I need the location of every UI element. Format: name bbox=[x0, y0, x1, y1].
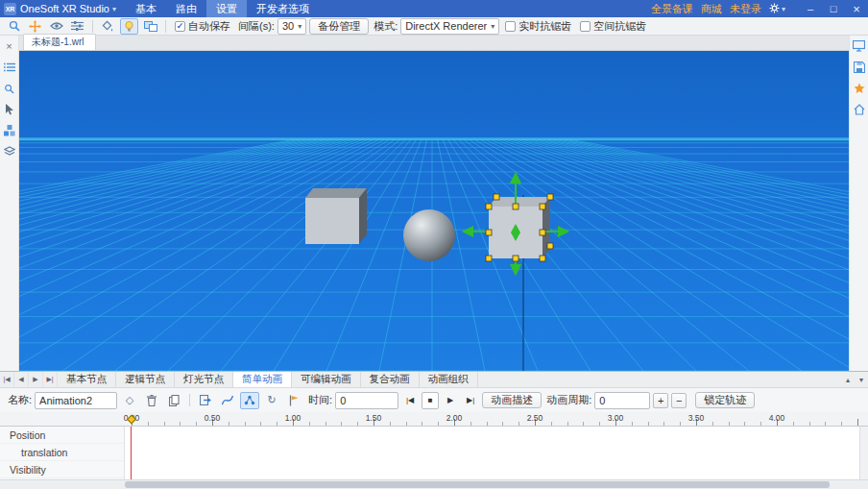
file-tab[interactable]: 未标题-1.wrl bbox=[23, 34, 96, 50]
ruler-label: 4.00 bbox=[769, 413, 785, 423]
record-flag-icon[interactable] bbox=[284, 392, 303, 409]
layers-icon[interactable] bbox=[1, 143, 18, 160]
nav-last-button[interactable]: ▶| bbox=[43, 372, 58, 387]
close-button[interactable]: × bbox=[849, 2, 864, 16]
panel-close-icon[interactable]: × bbox=[1, 37, 18, 55]
paint-tool-icon[interactable] bbox=[99, 18, 117, 35]
settings-menu[interactable]: ▾ bbox=[769, 3, 795, 15]
minimize-button[interactable]: – bbox=[803, 3, 818, 14]
light-bulb-icon[interactable] bbox=[120, 18, 138, 35]
stop-button[interactable]: ■ bbox=[422, 392, 439, 409]
track-row-translation[interactable]: translation bbox=[0, 444, 124, 461]
scene-canvas[interactable] bbox=[19, 51, 849, 371]
timeline-track-area[interactable] bbox=[125, 427, 868, 479]
renderer-select[interactable]: DirectX Renderer▾ bbox=[400, 18, 499, 35]
menu-basic[interactable]: 基本 bbox=[126, 0, 166, 17]
decrement-button[interactable]: − bbox=[671, 393, 687, 408]
left-sidebar: × bbox=[0, 36, 19, 371]
cube-object[interactable] bbox=[305, 188, 367, 244]
save-disk-icon[interactable] bbox=[851, 59, 868, 76]
tab-basic-nodes[interactable]: 基本节点 bbox=[58, 372, 116, 387]
lock-track-button[interactable]: 锁定轨迹 bbox=[695, 392, 755, 408]
outline-list-icon[interactable] bbox=[1, 59, 18, 76]
move-tool-icon[interactable] bbox=[26, 18, 44, 35]
keyframe-icon[interactable]: ◇ bbox=[120, 392, 139, 409]
link-not-logged-in[interactable]: 未登录 bbox=[730, 2, 761, 16]
menu-developer-options[interactable]: 开发者选项 bbox=[247, 0, 319, 17]
delete-icon[interactable] bbox=[142, 392, 161, 409]
timeline-hscrollbar[interactable] bbox=[0, 479, 868, 489]
chevron-down-icon: ▾ bbox=[491, 22, 494, 31]
tab-light-nodes[interactable]: 灯光节点 bbox=[175, 372, 233, 387]
curve-icon[interactable] bbox=[218, 392, 237, 409]
animation-description-button[interactable]: 动画描述 bbox=[482, 392, 542, 408]
home-icon[interactable] bbox=[851, 101, 868, 118]
time-input[interactable] bbox=[335, 392, 398, 409]
skip-start-button[interactable]: |◀ bbox=[401, 392, 419, 409]
playhead-line[interactable] bbox=[131, 427, 132, 479]
app-title: OneSoft XR Studio bbox=[20, 3, 109, 14]
plugin-star-icon[interactable] bbox=[851, 80, 868, 97]
nav-next-button[interactable]: ▶ bbox=[29, 372, 43, 387]
menu-settings[interactable]: 设置 bbox=[206, 0, 247, 17]
scene-search-icon[interactable] bbox=[1, 80, 18, 97]
document-tabbar: 未标题-1.wrl bbox=[19, 36, 849, 51]
track-row-visibility[interactable]: Visibility bbox=[0, 461, 124, 478]
realtime-aa-checkbox[interactable]: 实时抗锯齿 bbox=[505, 19, 571, 34]
tab-animation-organize[interactable]: 动画组织 bbox=[420, 372, 478, 387]
autosave-checkbox[interactable]: ✓ 自动保存 bbox=[175, 19, 230, 34]
viewport-3d[interactable] bbox=[19, 51, 849, 371]
select-cursor-icon[interactable] bbox=[1, 101, 18, 118]
main-toolbar: ✓ 自动保存 间隔(s): 30▾ 备份管理 模式: DirectX Rende… bbox=[0, 17, 868, 36]
track-name-column: Position translation Visibility bbox=[0, 427, 125, 479]
ruler-major-ticks bbox=[132, 419, 868, 426]
realtime-aa-label: 实时抗锯齿 bbox=[518, 19, 571, 34]
increment-button[interactable]: + bbox=[653, 393, 668, 408]
tab-logic-nodes[interactable]: 逻辑节点 bbox=[116, 372, 175, 387]
loop-icon[interactable]: ↻ bbox=[262, 392, 281, 409]
checkbox-unchecked-icon bbox=[580, 21, 591, 32]
animation-controls: 名称: ◇ ↻ 时间: |◀ bbox=[0, 388, 868, 412]
tab-editable-animation[interactable]: 可编辑动画 bbox=[292, 372, 361, 387]
maximize-button[interactable]: □ bbox=[826, 3, 841, 14]
timeline-ruler[interactable]: 0.00 0.50 1.00 1.50 2.00 2.50 3.00 3.50 … bbox=[0, 412, 868, 427]
nav-prev-button[interactable]: ◀ bbox=[14, 372, 29, 387]
dual-view-icon[interactable] bbox=[141, 18, 159, 35]
animation-tabrow: |◀ ◀ ▶ ▶| 基本节点 逻辑节点 灯光节点 简单动画 可编辑动画 复合动画… bbox=[0, 372, 868, 388]
copy-icon[interactable] bbox=[164, 392, 183, 409]
skip-end-button[interactable]: ▶| bbox=[462, 392, 479, 409]
eye-icon[interactable] bbox=[47, 18, 65, 35]
link-store[interactable]: 商城 bbox=[701, 2, 722, 16]
search-icon[interactable] bbox=[5, 18, 23, 35]
menu-routing[interactable]: 路由 bbox=[166, 0, 206, 17]
app-menu-caret-icon[interactable]: ▾ bbox=[112, 5, 116, 13]
spatial-aa-checkbox[interactable]: 空间抗锯齿 bbox=[580, 19, 646, 34]
ruler-label: 1.00 bbox=[285, 413, 301, 423]
link-panorama-lesson[interactable]: 全景备课 bbox=[651, 2, 693, 16]
play-button[interactable]: ▶ bbox=[442, 392, 459, 409]
timeline-vscrollbar[interactable] bbox=[859, 427, 868, 479]
interval-select[interactable]: 30▾ bbox=[277, 18, 306, 35]
sliders-icon[interactable] bbox=[68, 18, 86, 35]
animation-panel: |◀ ◀ ▶ ▶| 基本节点 逻辑节点 灯光节点 简单动画 可编辑动画 复合动画… bbox=[0, 371, 868, 489]
blocks-icon[interactable] bbox=[1, 122, 18, 139]
animation-name-input[interactable] bbox=[35, 392, 117, 409]
tab-composite-animation[interactable]: 复合动画 bbox=[361, 372, 420, 387]
checkbox-unchecked-icon bbox=[505, 21, 516, 32]
tab-simple-animation[interactable]: 简单动画 bbox=[233, 372, 292, 387]
timeline-tracks: Position translation Visibility bbox=[0, 427, 868, 479]
autosave-label: 自动保存 bbox=[188, 19, 230, 34]
track-row-position[interactable]: Position bbox=[0, 427, 124, 444]
panel-collapse-down-icon[interactable]: ▾ bbox=[855, 372, 868, 387]
export-icon[interactable] bbox=[196, 392, 215, 409]
toolbar-separator bbox=[92, 20, 93, 33]
ruler-label: 2.50 bbox=[527, 413, 543, 423]
display-icon[interactable] bbox=[851, 37, 868, 55]
nav-first-button[interactable]: |◀ bbox=[0, 372, 14, 387]
hscrollbar-thumb[interactable] bbox=[125, 481, 830, 488]
panel-collapse-up-icon[interactable]: ▴ bbox=[841, 372, 855, 387]
backup-manage-button[interactable]: 备份管理 bbox=[309, 18, 369, 35]
cycle-input[interactable] bbox=[594, 392, 650, 409]
sphere-object[interactable] bbox=[403, 209, 455, 261]
interpolation-nodes-icon[interactable] bbox=[240, 392, 259, 409]
